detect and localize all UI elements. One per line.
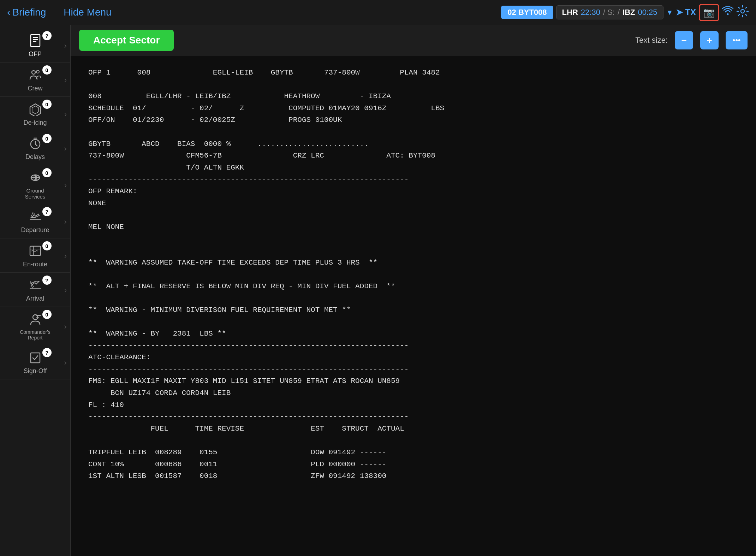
separator2: /	[618, 8, 620, 17]
ground-services-icon	[29, 171, 42, 186]
sidebar-arrival-label: Arrival	[26, 295, 44, 302]
crew-icon	[29, 68, 42, 83]
deicing-badge: 0	[42, 100, 52, 109]
ofp-text: OFP 1 008 EGLL-LEIB GBYTB 737-800W PLAN …	[88, 67, 738, 482]
enroute-badge: 0	[42, 241, 52, 250]
en-route-icon	[29, 244, 42, 259]
route-dropdown-icon[interactable]: ▼	[666, 8, 673, 17]
flight-route: LHR 22:30 / S: / IBZ 00:25	[556, 5, 663, 19]
sidebar-item-departure[interactable]: Departure ? ›	[0, 204, 70, 238]
wifi-button[interactable]	[722, 6, 733, 19]
arrival-badge: ?	[42, 276, 52, 285]
camera-icon: 📷	[703, 7, 715, 18]
text-size-increase-button[interactable]: +	[700, 31, 719, 49]
svg-point-7	[36, 70, 39, 73]
sidebar-ground-services-label: Ground Services	[18, 188, 53, 200]
camera-button[interactable]: 📷	[699, 4, 719, 21]
ofp-chevron-icon: ›	[64, 41, 67, 51]
ground-services-badge: 0	[42, 168, 52, 177]
svg-rect-2	[31, 35, 40, 47]
arrival-time: 00:25	[638, 8, 657, 17]
departure-icon	[29, 210, 42, 225]
tx-button[interactable]: ➤ TX	[676, 7, 696, 17]
svg-marker-9	[32, 106, 38, 114]
sidebar-commanders-label: Commander's Report	[18, 329, 53, 341]
departure-chevron-icon: ›	[64, 217, 67, 226]
back-nav[interactable]: ‹ Briefing	[7, 7, 46, 18]
sidebar-item-arrival[interactable]: Arrival ? ›	[0, 273, 70, 307]
back-chevron-icon: ‹	[7, 7, 10, 18]
arrival-icon	[29, 278, 42, 294]
deicing-chevron-icon: ›	[64, 110, 67, 119]
flight-info: 02 BYT008 LHR 22:30 / S: / IBZ 00:25 ▼ ➤…	[501, 4, 749, 21]
content-area: Accept Sector Text size: − + ••• OFP 1 0…	[71, 25, 756, 556]
sidebar-enroute-label: En-route	[23, 261, 47, 268]
enroute-chevron-icon: ›	[64, 252, 67, 261]
commanders-chevron-icon: ›	[64, 322, 67, 331]
sidebar-departure-label: Departure	[21, 226, 49, 234]
sidebar-item-sign-off[interactable]: Sign-Off ? ›	[0, 345, 70, 379]
commanders-badge: 0	[42, 310, 52, 319]
settings-button[interactable]	[736, 5, 749, 20]
hide-menu-button[interactable]: Hide Menu	[64, 7, 111, 18]
accept-sector-button[interactable]: Accept Sector	[79, 30, 174, 51]
ofp-content-area[interactable]: OFP 1 008 EGLL-LEIB GBYTB 737-800W PLAN …	[71, 56, 756, 556]
ofp-badge: ?	[42, 31, 52, 40]
delays-chevron-icon: ›	[64, 144, 67, 153]
delays-icon	[29, 137, 42, 152]
arrival-airport: IBZ	[623, 8, 635, 17]
de-icing-icon	[29, 102, 42, 118]
departure-airport: LHR	[562, 8, 578, 17]
svg-marker-8	[30, 104, 41, 116]
flight-badge[interactable]: 02 BYT008	[501, 6, 553, 19]
sidebar-deicing-label: De-icing	[23, 119, 47, 126]
toolbar: Accept Sector Text size: − + •••	[71, 25, 756, 56]
sidebar-item-commanders-report[interactable]: Commander's Report 0 ›	[0, 307, 70, 345]
sidebar-item-ofp[interactable]: OFP ? ›	[0, 28, 70, 63]
svg-point-0	[727, 13, 729, 15]
sidebar-item-en-route[interactable]: En-route 0 ›	[0, 238, 70, 273]
svg-point-6	[32, 71, 35, 74]
departure-badge: ?	[42, 207, 52, 216]
signoff-chevron-icon: ›	[64, 358, 67, 367]
departure-time: 22:30	[581, 8, 600, 17]
signoff-badge: ?	[42, 348, 52, 357]
delays-badge: 0	[42, 134, 52, 143]
text-size-decrease-button[interactable]: −	[675, 31, 693, 49]
ofp-icon	[29, 34, 42, 49]
sidebar-delays-label: Delays	[25, 153, 45, 161]
crew-chevron-icon: ›	[64, 76, 67, 85]
sidebar-signoff-label: Sign-Off	[24, 367, 47, 375]
main-layout: OFP ? › Crew	[0, 25, 756, 556]
arrival-chevron-icon: ›	[64, 286, 67, 295]
sidebar-item-de-icing[interactable]: De-icing 0 ›	[0, 97, 70, 131]
svg-point-1	[741, 10, 744, 13]
top-bar: ‹ Briefing Hide Menu 02 BYT008 LHR 22:30…	[0, 0, 756, 25]
separator1: / S:	[603, 8, 615, 17]
text-size-label: Text size:	[635, 36, 668, 45]
tx-label: TX	[685, 7, 696, 17]
svg-line-12	[35, 144, 37, 146]
tx-arrow-icon: ➤	[676, 7, 683, 17]
sidebar-ofp-label: OFP	[29, 51, 42, 58]
ground-services-chevron-icon: ›	[64, 181, 67, 190]
text-size-more-button[interactable]: •••	[726, 31, 748, 49]
crew-badge: 0	[42, 65, 52, 75]
sidebar-item-crew[interactable]: Crew 0 ›	[0, 63, 70, 97]
sidebar-item-ground-services[interactable]: Ground Services 0 ›	[0, 165, 70, 204]
sidebar-crew-label: Crew	[28, 85, 42, 92]
sign-off-icon	[29, 351, 42, 366]
svg-rect-24	[31, 353, 40, 363]
commanders-report-icon	[29, 313, 42, 328]
back-label[interactable]: Briefing	[12, 7, 46, 18]
sidebar-item-delays[interactable]: Delays 0 ›	[0, 131, 70, 165]
sidebar: OFP ? › Crew	[0, 25, 71, 556]
